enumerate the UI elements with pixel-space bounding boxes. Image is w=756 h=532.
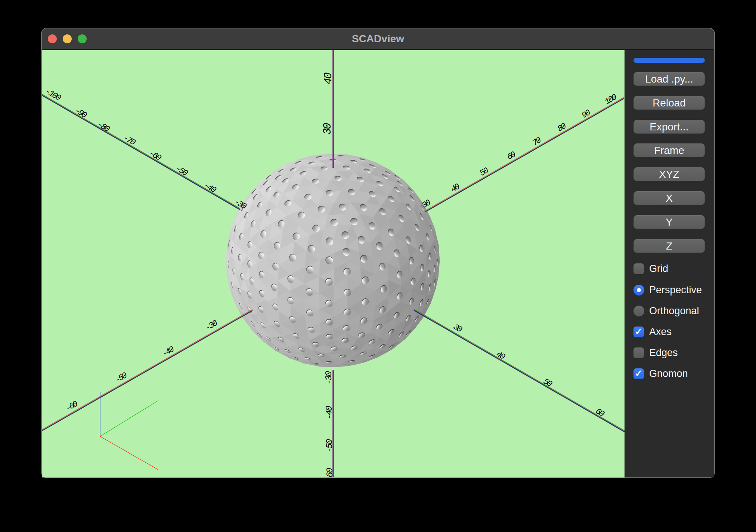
svg-text:30: 30: [322, 123, 334, 134]
svg-text:-40: -40: [324, 406, 334, 420]
svg-text:-50: -50: [325, 439, 335, 453]
svg-text:40: 40: [322, 72, 335, 84]
svg-text:-30: -30: [324, 371, 334, 385]
svg-text:-60: -60: [325, 468, 335, 477]
